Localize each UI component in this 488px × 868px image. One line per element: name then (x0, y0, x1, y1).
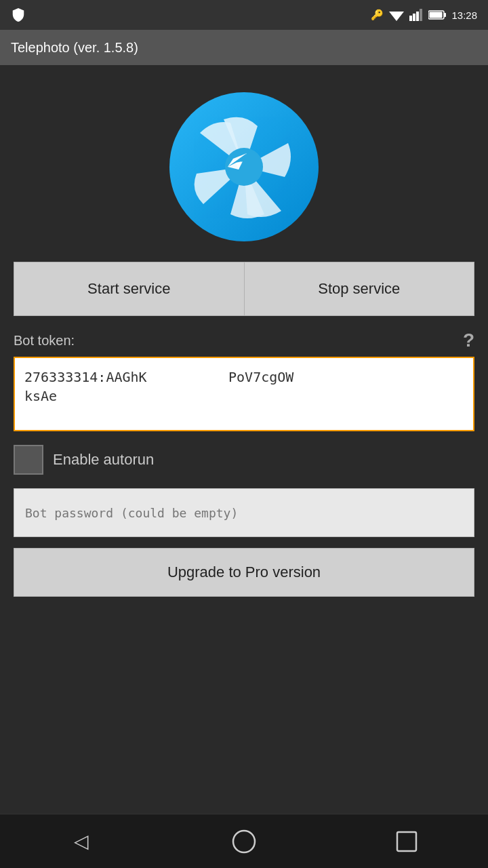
key-icon: 🔑 (371, 9, 384, 21)
bot-token-row: Bot token: ? (14, 330, 474, 351)
svg-point-12 (233, 831, 255, 852)
autorun-row: Enable autorun (14, 445, 474, 475)
svg-rect-4 (420, 9, 422, 21)
bot-token-label: Bot token: (14, 333, 75, 349)
signal-icon (409, 9, 423, 21)
svg-rect-13 (397, 832, 416, 851)
app-title: Telephoto (ver. 1.5.8) (11, 40, 138, 56)
help-icon[interactable]: ? (463, 330, 474, 351)
recent-square-icon (396, 831, 418, 852)
home-button[interactable] (217, 821, 271, 862)
nav-bar: ◁ (0, 814, 488, 868)
back-button[interactable]: ◁ (54, 821, 108, 862)
autorun-checkbox[interactable] (14, 445, 43, 475)
password-input[interactable] (14, 488, 474, 537)
battery-icon (428, 10, 446, 20)
status-bar-left (11, 7, 26, 22)
stop-service-button[interactable]: Stop service (244, 262, 475, 316)
bot-token-input[interactable]: 276333314:AAGhK PoV7cgOW ksAe (14, 357, 474, 431)
shield-icon (11, 7, 26, 22)
clock: 13:28 (451, 9, 477, 21)
svg-rect-1 (409, 16, 412, 21)
svg-rect-7 (444, 13, 446, 17)
logo-container (169, 92, 319, 241)
svg-marker-0 (389, 12, 404, 21)
svg-rect-6 (430, 12, 443, 18)
start-service-button[interactable]: Start service (14, 262, 244, 316)
title-bar: Telephoto (ver. 1.5.8) (0, 30, 488, 65)
upgrade-button[interactable]: Upgrade to Pro version (14, 548, 474, 597)
status-bar: 🔑 13:28 (0, 0, 488, 30)
recent-button[interactable] (380, 821, 434, 862)
wifi-icon (389, 9, 404, 21)
logo-svg (183, 106, 305, 228)
status-bar-right: 🔑 13:28 (371, 9, 477, 21)
autorun-label: Enable autorun (53, 451, 154, 469)
main-content: Start service Stop service Bot token: ? … (0, 65, 488, 814)
svg-rect-3 (416, 12, 419, 21)
home-circle-icon (232, 829, 256, 854)
app-logo (169, 92, 319, 241)
svg-rect-2 (413, 14, 415, 21)
service-buttons-row: Start service Stop service (14, 262, 474, 316)
